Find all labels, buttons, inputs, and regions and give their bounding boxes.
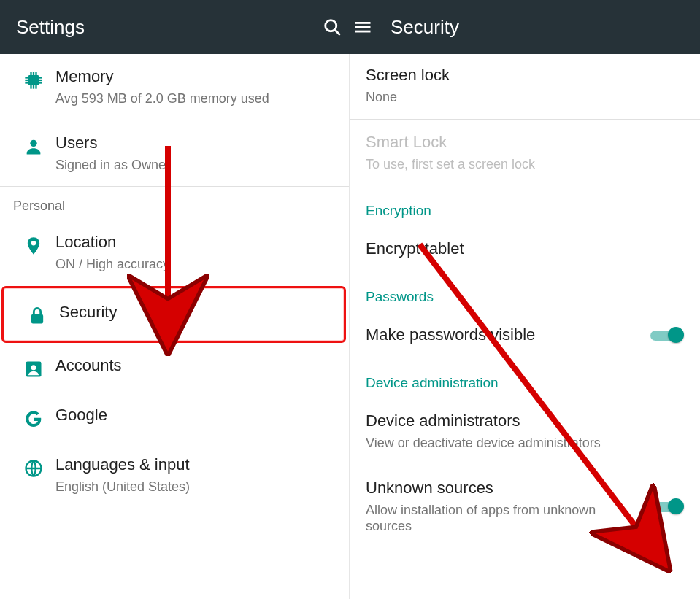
user-icon [15,134,53,157]
item-title: Unknown sources [366,479,685,498]
svg-point-21 [31,365,36,370]
settings-pane: Memory Avg 593 MB of 2.0 GB memory used … [0,54,350,599]
svg-line-1 [335,30,339,34]
security-pane: Screen lock None Smart Lock To use, firs… [350,54,700,599]
security-item-smart-lock: Smart Lock To use, first set a screen lo… [350,120,700,186]
section-header-encryption: Encryption [350,185,700,226]
appbar: Settings Security [0,0,700,54]
settings-item-languages[interactable]: Languages & input English (United States… [0,442,349,509]
toggle-unknown-sources[interactable] [650,498,682,514]
appbar-right: Security [350,0,700,54]
annotation-highlight-security: Security [1,286,346,343]
section-header-personal: Personal [0,187,349,220]
item-subtitle: To use, first set a screen lock [366,156,685,173]
item-subtitle: View or deactivate device administrators [366,435,685,452]
item-subtitle: None [366,89,685,106]
google-icon [15,406,53,429]
svg-rect-4 [355,31,371,33]
appbar-actions [322,17,342,37]
memory-icon [15,67,53,90]
appbar-title-settings: Settings [16,16,85,39]
item-title: Location [55,233,169,252]
location-icon [15,233,53,256]
hamburger-icon[interactable] [353,17,373,37]
svg-rect-19 [31,314,43,323]
item-subtitle: Signed in as Owner [55,157,170,174]
item-title: Memory [55,67,269,86]
section-header-device-administration: Device administration [350,358,700,398]
svg-rect-2 [355,22,371,24]
toggle-make-passwords-visible[interactable] [650,327,682,343]
settings-item-users[interactable]: Users Signed in as Owner [0,120,349,187]
svg-rect-3 [355,26,371,28]
globe-icon [15,455,53,479]
security-item-screen-lock[interactable]: Screen lock None [350,54,700,119]
item-title: Screen lock [366,66,685,85]
settings-item-accounts[interactable]: Accounts [0,343,349,393]
appbar-left: Settings [0,0,350,54]
settings-item-security[interactable]: Security [4,288,344,341]
item-title: Make passwords visible [366,325,685,344]
item-title: Languages & input [55,455,190,474]
item-subtitle: Allow installation of apps from unknown … [366,502,607,535]
settings-item-location[interactable]: Location ON / High accuracy [0,220,349,286]
item-title: Encrypt tablet [366,239,685,258]
security-item-device-administrators[interactable]: Device administrators View or deactivate… [350,398,700,465]
appbar-title-security: Security [391,16,459,39]
item-subtitle: Avg 593 MB of 2.0 GB memory used [55,90,269,107]
settings-item-google[interactable]: Google [0,393,349,442]
item-subtitle: English (United States) [55,479,190,495]
section-header-passwords: Passwords [350,271,700,312]
lock-icon [18,303,56,326]
svg-rect-5 [28,75,39,85]
item-subtitle: ON / High accuracy [55,256,169,273]
item-title: Google [55,406,107,425]
settings-item-memory[interactable]: Memory Avg 593 MB of 2.0 GB memory used [0,54,349,120]
security-item-make-passwords-visible[interactable]: Make passwords visible [350,312,700,358]
item-title: Accounts [55,356,122,375]
item-title: Device administrators [366,411,685,430]
item-title: Users [55,134,170,152]
security-item-encrypt-tablet[interactable]: Encrypt tablet [350,226,700,271]
account-box-icon [15,356,53,379]
svg-point-18 [30,139,36,146]
item-title: Security [59,303,117,322]
item-title: Smart Lock [366,133,685,152]
security-item-unknown-sources[interactable]: Unknown sources Allow installation of ap… [350,465,700,548]
search-icon[interactable] [322,17,342,37]
